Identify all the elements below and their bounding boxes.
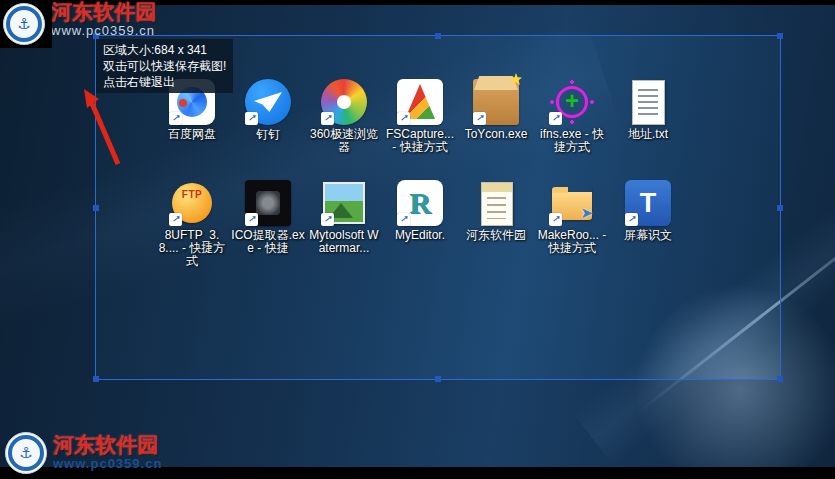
site-logo-icon	[5, 432, 47, 474]
selection-handle-top-right[interactable]	[777, 33, 783, 39]
watermark-top: 河东软件园 www.pc0359.cn	[0, 0, 156, 45]
desktop[interactable]: 百度网盘 钉钉 360极速浏览器 FSCapture... - 快捷方式 ToY…	[0, 0, 835, 479]
selection-handle-mid-right[interactable]	[777, 205, 783, 211]
site-logo-icon	[3, 3, 45, 45]
selection-handle-mid-left[interactable]	[93, 205, 99, 211]
selection-handle-bottom-mid[interactable]	[435, 376, 441, 382]
selection-handle-bottom-left[interactable]	[93, 376, 99, 382]
annotation-arrow-icon	[72, 82, 132, 177]
site-url: www.pc0359.cn	[53, 456, 162, 471]
site-url: www.pc0359.cn	[51, 23, 156, 38]
selection-handle-bottom-right[interactable]	[777, 376, 783, 382]
site-name: 河东软件园	[51, 0, 156, 23]
watermark-bottom: 河东软件园 www.pc0359.cn	[2, 429, 162, 474]
tooltip-save-hint: 双击可以快速保存截图!	[103, 58, 226, 74]
selection-handle-top-mid[interactable]	[435, 33, 441, 39]
site-name: 河东软件园	[53, 433, 162, 456]
